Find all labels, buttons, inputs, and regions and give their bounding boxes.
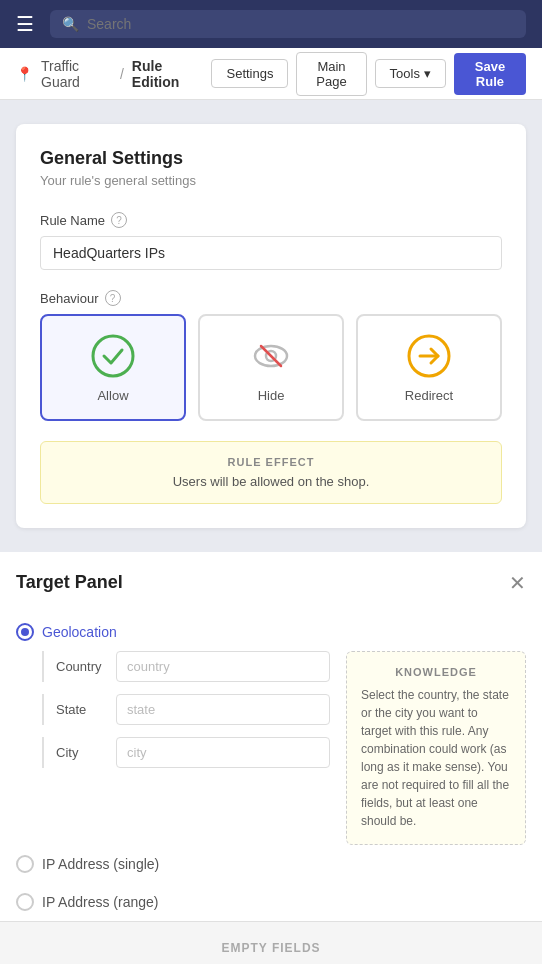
country-label: Country — [56, 659, 104, 674]
rule-effect-text: Users will be allowed on the shop. — [57, 474, 485, 489]
breadcrumb-current: Rule Edition — [132, 58, 204, 90]
radio-ip-single[interactable]: IP Address (single) — [16, 845, 526, 883]
svg-point-0 — [93, 336, 133, 376]
search-input[interactable] — [87, 16, 514, 32]
rule-name-label: Rule Name ? — [40, 212, 502, 228]
knowledge-title: KNOWLEDGE — [361, 666, 511, 678]
state-input[interactable] — [116, 694, 330, 725]
behaviour-redirect[interactable]: Redirect — [356, 314, 502, 421]
redirect-icon-area — [405, 332, 453, 380]
country-row: Country — [42, 651, 330, 682]
geo-fields: Country State City — [42, 651, 330, 845]
radio-geolocation[interactable]: Geolocation — [16, 613, 526, 651]
general-settings-card: General Settings Your rule's general set… — [16, 124, 526, 528]
radio-ip-range-circle — [16, 893, 34, 911]
target-panel-inner: Target Panel ✕ Geolocation Country State — [0, 552, 542, 921]
country-input[interactable] — [116, 651, 330, 682]
behaviour-label: Behaviour ? — [40, 290, 502, 306]
state-row: State — [42, 694, 330, 725]
svg-line-3 — [261, 346, 281, 366]
behaviour-options: Allow Hide — [40, 314, 502, 421]
target-panel-title: Target Panel — [16, 572, 123, 593]
breadcrumb-separator: / — [120, 66, 124, 82]
tools-arrow-icon: ▾ — [424, 66, 431, 81]
city-input[interactable] — [116, 737, 330, 768]
behaviour-allow[interactable]: Allow — [40, 314, 186, 421]
rule-name-input[interactable] — [40, 236, 502, 270]
breadcrumb-actions: Settings Main Page Tools ▾ Save Rule — [211, 52, 526, 96]
search-bar[interactable]: 🔍 — [50, 10, 526, 38]
behaviour-hide[interactable]: Hide — [198, 314, 344, 421]
allow-icon-area — [89, 332, 137, 380]
rule-name-help-icon[interactable]: ? — [111, 212, 127, 228]
knowledge-box: KNOWLEDGE Select the country, the state … — [346, 651, 526, 845]
breadcrumb-bar: 📍 Traffic Guard / Rule Edition Settings … — [0, 48, 542, 100]
menu-icon[interactable]: ☰ — [16, 12, 34, 36]
geolocation-label: Geolocation — [42, 624, 117, 640]
hide-icon-area — [247, 332, 295, 380]
empty-fields-text: EMPTY FIELDS — [221, 941, 320, 955]
close-button[interactable]: ✕ — [509, 573, 526, 593]
target-panel-section: Target Panel ✕ Geolocation Country State — [0, 552, 542, 964]
general-settings-title: General Settings — [40, 148, 502, 169]
main-page-button[interactable]: Main Page — [296, 52, 366, 96]
general-settings-subtitle: Your rule's general settings — [40, 173, 502, 188]
save-rule-button[interactable]: Save Rule — [454, 53, 526, 95]
allow-label: Allow — [97, 388, 128, 403]
location-icon: 📍 — [16, 66, 33, 82]
city-row: City — [42, 737, 330, 768]
allow-icon — [91, 334, 135, 378]
tools-button[interactable]: Tools ▾ — [375, 59, 446, 88]
state-label: State — [56, 702, 104, 717]
radio-ip-range[interactable]: IP Address (range) — [16, 883, 526, 921]
city-label: City — [56, 745, 104, 760]
rule-effect-banner: RULE EFFECT Users will be allowed on the… — [40, 441, 502, 504]
breadcrumb-parent[interactable]: Traffic Guard — [41, 58, 112, 90]
radio-geolocation-circle — [16, 623, 34, 641]
target-panel-header: Target Panel ✕ — [16, 572, 526, 593]
knowledge-text: Select the country, the state or the cit… — [361, 686, 511, 830]
ip-range-label: IP Address (range) — [42, 894, 158, 910]
ip-single-label: IP Address (single) — [42, 856, 159, 872]
rule-effect-title: RULE EFFECT — [57, 456, 485, 468]
main-content: General Settings Your rule's general set… — [0, 100, 542, 552]
empty-fields-banner: EMPTY FIELDS — [0, 921, 542, 964]
hide-label: Hide — [258, 388, 285, 403]
search-icon: 🔍 — [62, 16, 79, 32]
settings-button[interactable]: Settings — [211, 59, 288, 88]
redirect-label: Redirect — [405, 388, 453, 403]
hide-icon — [249, 334, 293, 378]
tools-label: Tools — [390, 66, 420, 81]
redirect-icon — [407, 334, 451, 378]
geo-panel: Country State City KNOWLEDGE Select the … — [42, 651, 526, 845]
topbar: ☰ 🔍 — [0, 0, 542, 48]
behaviour-help-icon[interactable]: ? — [105, 290, 121, 306]
radio-ip-single-circle — [16, 855, 34, 873]
